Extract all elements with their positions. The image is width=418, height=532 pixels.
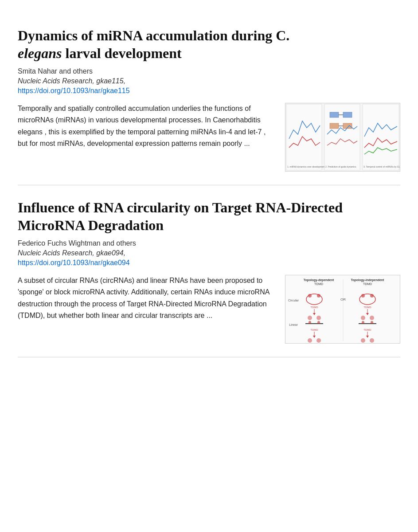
svg-point-52 [370,338,374,343]
article-title-text-1a: Dynamics of miRNA accumulation during C. [18,27,289,43]
svg-point-22 [317,294,320,297]
svg-text:Topology-dependent: Topology-dependent [304,278,334,282]
svg-point-34 [309,321,311,324]
article-journal-id-2: , gkae094, [92,249,125,257]
svg-point-50 [316,338,321,343]
svg-point-45 [308,316,312,320]
article-journal-id-1: , gkae115, [92,77,125,85]
svg-text:TDMD: TDMD [314,282,323,286]
article-card-1: Dynamics of miRNA accumulation during C.… [18,13,400,185]
article-title-italic-1: elegans [18,45,62,61]
article-journal-name-2: Nucleic Acids Research [18,249,92,257]
article-authors-2: Federico Fuchs Wightman and others [18,239,400,247]
svg-text:TDMD: TDMD [363,282,372,286]
svg-text:2. Prediction of guide dynamic: 2. Prediction of guide dynamics [325,165,356,168]
article-thumbnail-2: Topology-dependent TDMD Topology-indepen… [285,275,400,344]
svg-rect-0 [286,104,322,170]
svg-point-46 [316,316,321,320]
article-title-2: Influence of RNA circularity on Target R… [18,199,400,234]
svg-point-21 [308,294,312,297]
svg-rect-6 [330,123,339,129]
svg-point-29 [370,294,374,297]
svg-text:Circular: Circular [288,299,299,302]
article-body-1: Temporally and spatially controlled accu… [18,103,400,172]
svg-point-47 [361,316,365,320]
svg-text:Topology-independent: Topology-independent [351,278,385,282]
svg-rect-12 [285,275,400,344]
svg-point-35 [317,321,320,324]
article-journal-1: Nucleic Acids Research, gkae115, [18,77,400,85]
svg-text:TDMD: TDMD [310,306,318,309]
svg-point-48 [370,316,374,320]
article-title-1: Dynamics of miRNA accumulation during C.… [18,27,400,62]
svg-point-49 [308,338,312,343]
svg-text:TDMD: TDMD [363,329,371,331]
svg-text:3. Temporal control of miRNAs : 3. Temporal control of miRNAs by GLP-1 [363,165,400,168]
article-title-text-1b: larval development [62,45,182,61]
article-body-2: A subset of circular RNAs (circRNAs) and… [18,275,400,344]
svg-text:OR: OR [340,297,346,301]
article-abstract-1: Temporally and spatially controlled accu… [18,103,277,150]
article-journal-name-1: Nucleic Acids Research [18,77,92,85]
svg-rect-4 [343,112,352,117]
svg-text:Linear: Linear [289,323,298,326]
svg-point-51 [361,338,365,343]
article-card-2: Influence of RNA circularity on Target R… [18,185,400,357]
article-authors-1: Smita Nahar and others [18,67,400,75]
article-abstract-2: A subset of circular RNAs (circRNAs) and… [18,275,277,322]
svg-text:1. miRNA dynamics over develop: 1. miRNA dynamics over development [287,165,325,168]
article-journal-2: Nucleic Acids Research, gkae094, [18,249,400,257]
svg-point-28 [361,294,365,297]
svg-text:TDMD: TDMD [363,306,371,309]
svg-text:TDMD: TDMD [310,329,318,331]
svg-point-40 [362,321,364,324]
article-doi-link-2[interactable]: https://doi.org/10.1093/nar/gkae094 [18,259,400,267]
article-thumbnail-1: 1. miRNA dynamics over development 2. Pr… [285,103,400,172]
svg-rect-10 [363,104,399,170]
article-doi-link-1[interactable]: https://doi.org/10.1093/nar/gkae115 [18,87,400,95]
svg-rect-3 [330,112,339,117]
svg-point-41 [371,321,373,324]
